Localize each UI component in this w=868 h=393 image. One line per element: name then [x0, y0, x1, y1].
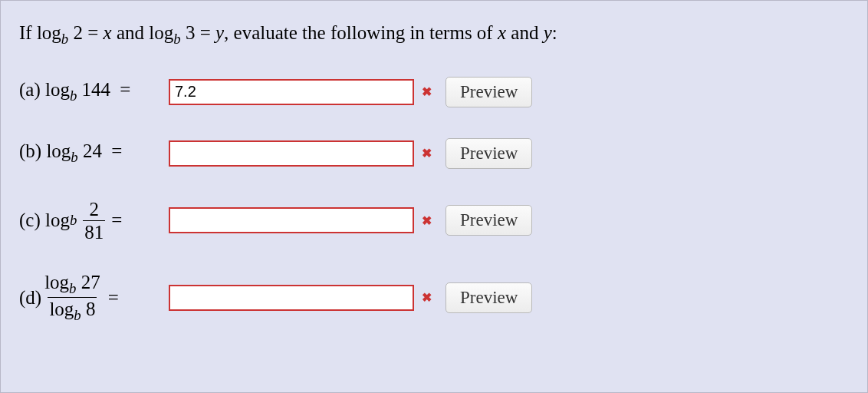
part-a-row: (a) logb 144 = ✖ Preview	[19, 77, 849, 107]
part-b-row: (b) logb 24 = ✖ Preview	[19, 138, 849, 169]
log-base: b	[61, 31, 68, 47]
part-c-row: (c) logb 2 81 = ✖ Preview	[19, 200, 849, 242]
part-a-label: (a) logb 144 =	[19, 79, 169, 104]
fraction: logb 27 logb 8	[43, 272, 102, 323]
part-c-input[interactable]	[169, 207, 414, 233]
log-base: b	[173, 31, 180, 47]
fraction: 2 81	[83, 200, 105, 242]
incorrect-icon: ✖	[422, 213, 432, 228]
part-d-label: (d) logb 27 logb 8 =	[19, 272, 169, 323]
preview-button[interactable]: Preview	[446, 282, 532, 313]
part-c-label: (c) logb 2 81 =	[19, 200, 169, 242]
preview-button[interactable]: Preview	[446, 205, 532, 236]
part-d-input[interactable]	[169, 285, 414, 311]
prompt-text: If log	[19, 22, 61, 43]
part-d-row: (d) logb 27 logb 8 = ✖ Preview	[19, 272, 849, 323]
preview-button[interactable]: Preview	[446, 77, 532, 107]
problem-prompt: If logb 2 = x and logb 3 = y, evaluate t…	[19, 22, 849, 48]
part-a-input[interactable]	[169, 79, 414, 105]
preview-button[interactable]: Preview	[446, 138, 532, 169]
incorrect-icon: ✖	[422, 290, 432, 305]
part-b-input[interactable]	[169, 140, 414, 167]
part-b-label: (b) logb 24 =	[19, 140, 169, 166]
incorrect-icon: ✖	[422, 84, 432, 99]
incorrect-icon: ✖	[422, 146, 432, 160]
